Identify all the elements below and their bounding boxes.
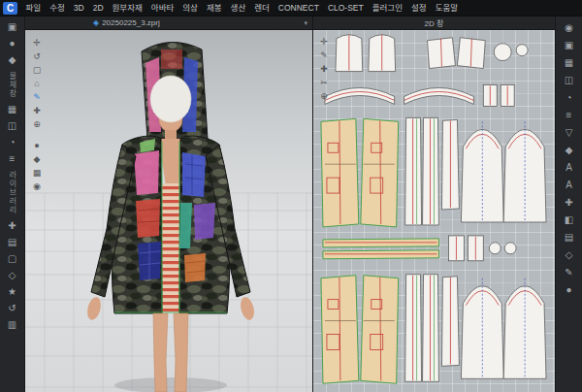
menubar-item[interactable]: 의상 (178, 0, 203, 16)
garment-library-icon[interactable]: ▣ (4, 19, 21, 35)
texture-view-icon[interactable]: ▦ (30, 167, 44, 180)
render-view-icon[interactable]: ◉ (30, 180, 44, 193)
tape-icon[interactable]: ≡ (561, 108, 578, 123)
menubar-item[interactable]: CLO-SET (323, 0, 368, 16)
render-icon[interactable]: ◉ (561, 20, 578, 36)
graphic-text-icon[interactable]: A (561, 160, 578, 176)
measure-icon[interactable]: ◔ (561, 90, 578, 106)
gizmo-rotate-icon[interactable]: ↺ (30, 50, 44, 63)
menubar-item[interactable]: 플러그인 (368, 0, 406, 16)
menubar-item[interactable]: 생산 (226, 0, 250, 16)
inner-striped-panel[interactable] (162, 183, 179, 311)
flatten-icon[interactable]: ▽ (561, 125, 578, 141)
project-file-icon: ◈ (93, 16, 99, 30)
texture-library-icon[interactable]: ▤ (4, 235, 21, 250)
project-tab-title[interactable]: 20250225_3.zprj (102, 18, 160, 27)
dock-section-label: 물체창 (7, 72, 17, 98)
viewport-menu-icon[interactable]: ▾ (304, 19, 307, 27)
more-icon[interactable]: ● (561, 282, 578, 298)
menubar-item[interactable]: 파일 (21, 0, 46, 16)
fabric-library-icon[interactable]: ▦ (4, 102, 21, 117)
pattern-collar-row[interactable] (325, 85, 514, 107)
add-point-icon[interactable]: ✚ (317, 63, 331, 76)
menubar-item[interactable]: 설정 (407, 0, 432, 16)
texture-icon[interactable]: ◆ (561, 143, 578, 158)
sewing-tool-icon[interactable]: ✂ (317, 77, 331, 89)
measure-tool-icon[interactable]: ⊕ (30, 118, 44, 131)
gizmo-move-icon[interactable]: ✛ (30, 37, 44, 49)
reset-view-icon[interactable]: ⌂ (30, 78, 44, 90)
toolbar-3d: ✛↺▢⌂✎✚⊕●◆▦◉ (30, 37, 44, 193)
panel-2d-pattern: 2D 창 (313, 16, 555, 392)
menubar: C 파일수정3D2D원부자재아바타의상재봉생산렌더CONNECTCLO-SET플… (0, 0, 582, 16)
pattern-top-row[interactable] (336, 35, 528, 72)
zoom-tool-icon[interactable]: ⊕ (317, 90, 331, 103)
menubar-item[interactable]: 재봉 (202, 0, 226, 16)
menubar-item[interactable]: 렌더 (250, 0, 275, 16)
hanger-library-icon[interactable]: ◆ (4, 52, 21, 68)
pattern-library-icon[interactable]: ▢ (4, 251, 21, 267)
pattern-strips[interactable] (323, 236, 516, 261)
menubar-item[interactable]: 원부자재 (108, 0, 146, 16)
folder-icon[interactable]: ▥ (4, 317, 21, 333)
viewport-3d-canvas[interactable]: ✛↺▢⌂✎✚⊕●◆▦◉ (25, 30, 312, 392)
trim-library-icon[interactable]: ◫ (4, 118, 21, 134)
select-tool-icon[interactable]: ✎ (30, 91, 44, 104)
topstitch-library-icon[interactable]: ✚ (4, 218, 21, 234)
favorites-icon[interactable]: ★ (4, 284, 21, 300)
show-avatar-icon[interactable]: ● (30, 140, 44, 152)
toolbar-2d: ✛✎✚✂⊕ (317, 36, 331, 103)
avatar-library-icon[interactable]: ● (4, 36, 21, 51)
avatar-shadow (114, 377, 227, 392)
pin-tool-icon[interactable]: ✚ (30, 105, 44, 117)
panel-3d-viewport: ◈ 20250225_3.zprj ▾ (25, 16, 312, 392)
menubar-items: 파일수정3D2D원부자재아바타의상재봉생산렌더CONNECTCLO-SET플러그… (21, 0, 463, 16)
zipper-library-icon[interactable]: ≡ (4, 151, 21, 167)
scene-library-icon[interactable]: ◇ (4, 268, 21, 283)
pattern-main-set-2[interactable] (321, 275, 546, 384)
transform-pattern-icon[interactable]: ✛ (317, 36, 331, 49)
app-logo[interactable]: C (3, 2, 17, 15)
snapshot-icon[interactable]: ▣ (561, 38, 578, 53)
gizmo-scale-icon[interactable]: ▢ (30, 64, 44, 77)
pattern-pieces-canvas[interactable] (313, 30, 555, 392)
show-garment-icon[interactable]: ◆ (30, 153, 44, 166)
annotate-icon[interactable]: ✎ (561, 265, 578, 280)
dock-section-label: 라이브러리 (7, 171, 17, 214)
right-dock: ◉▣▦◫◔≡▽◆AA✚◧▤◇✎● (555, 16, 582, 392)
menubar-item[interactable]: 수정 (46, 0, 70, 16)
graphic-font-icon[interactable]: A (561, 178, 578, 193)
uv-map-icon[interactable]: ◫ (561, 73, 578, 88)
fold-icon[interactable]: ◧ (561, 212, 578, 228)
panel-divider[interactable] (312, 16, 313, 392)
edit-pattern-icon[interactable]: ✎ (317, 49, 331, 62)
layer-icon[interactable]: ◇ (561, 247, 578, 263)
menubar-item[interactable]: 3D (69, 0, 88, 16)
panel-2d-header: 2D 창 (313, 16, 555, 30)
panel-2d-title: 2D 창 (425, 17, 444, 28)
colorway-icon[interactable]: ▦ (561, 55, 578, 71)
avatar-chest (159, 139, 182, 191)
pattern-main-set-1[interactable] (321, 117, 546, 227)
left-dock: ▣●◆물체창▦◫◔≡라이브러리✚▤▢◇★↺▥ (0, 16, 25, 392)
grid-icon[interactable]: ▤ (561, 230, 578, 245)
button-library-icon[interactable]: ◔ (4, 135, 21, 150)
menubar-item[interactable]: CONNECT (274, 0, 323, 16)
pin-icon[interactable]: ✚ (561, 195, 578, 211)
viewport-tab-bar: ◈ 20250225_3.zprj ▾ (25, 16, 312, 30)
menubar-item[interactable]: 아바타 (146, 0, 178, 16)
history-icon[interactable]: ↺ (4, 301, 21, 316)
menubar-item[interactable]: 도움말 (431, 0, 462, 16)
toolbar-gap (30, 132, 44, 139)
pattern-2d-canvas[interactable]: ✛✎✚✂⊕ (313, 30, 555, 392)
menubar-item[interactable]: 2D (88, 0, 108, 16)
avatar-3d-render[interactable] (25, 30, 312, 392)
